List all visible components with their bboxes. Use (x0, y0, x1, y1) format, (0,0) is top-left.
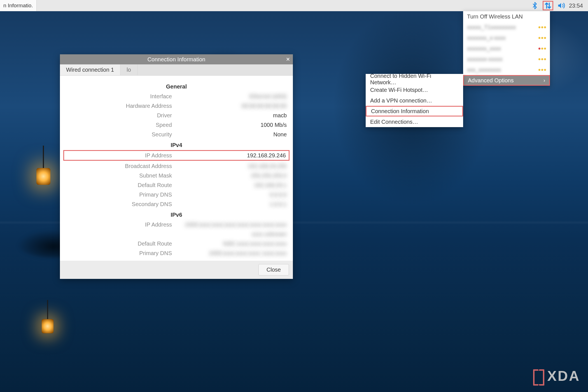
section-ipv4-title: IPv4 (64, 142, 288, 148)
system-tray: 23:54 (531, 1, 588, 10)
wifi-network-item[interactable]: xxxxx_T1xxxxxxxxx (463, 22, 550, 32)
decor-lantern (42, 319, 54, 333)
row-ipv4-route: Default Route192.168.29.1 (64, 180, 288, 190)
connection-information-item[interactable]: Connection Information (366, 106, 463, 116)
bluetooth-icon[interactable] (531, 2, 539, 10)
decor-lantern (36, 168, 50, 185)
row-ipv4-broadcast: Broadcast Address192.168.29.255 (64, 161, 288, 171)
row-ipv6-dns: Primary DNS2400:xxxx:xxxx:xxxx::xxxx:xxx… (64, 248, 288, 258)
network-icon[interactable] (543, 1, 553, 10)
advanced-options-item[interactable]: Advanced Options › (463, 75, 550, 86)
close-button[interactable]: Close (258, 264, 289, 276)
clock[interactable]: 23:54 (569, 3, 583, 9)
wifi-network-item[interactable]: xxxxxxx_x-xxxx (463, 32, 550, 43)
section-ipv6-title: IPv6 (64, 212, 288, 218)
volume-icon[interactable] (557, 2, 565, 10)
edit-connections-item[interactable]: Edit Connections… (366, 116, 463, 127)
advanced-submenu: Connect to Hidden Wi-Fi Network… Create … (366, 74, 463, 127)
wifi-network-item[interactable]: xxxxxxx-xxxxx (463, 54, 550, 64)
create-hotspot-item[interactable]: Create Wi-Fi Hotspot… (366, 85, 463, 95)
tab-wired-connection[interactable]: Wired connection 1 (60, 64, 120, 75)
xda-logo-icon (533, 369, 544, 383)
task-button[interactable]: n Informatio. (0, 0, 37, 11)
row-ipv4-ip: IP Address192.168.29.246 (63, 150, 290, 161)
add-vpn-item[interactable]: Add a VPN connection… (366, 95, 463, 106)
watermark-text: XDA (547, 368, 580, 384)
dialog-titlebar[interactable]: Connection Information ✕ (60, 54, 293, 64)
row-hardware-address: Hardware Address00:00:00:00:00:00 (64, 101, 288, 111)
row-speed: Speed1000 Mb/s (64, 120, 288, 130)
row-ipv4-dns1: Primary DNS0.0.0.0 (64, 190, 288, 199)
row-interface: InterfaceEthernet (eth0) (64, 92, 288, 101)
tab-strip: Wired connection 1 lo (60, 64, 293, 76)
close-icon[interactable]: ✕ (286, 56, 290, 62)
dialog-footer: Close (60, 261, 293, 279)
row-ipv4-dns2: Secondary DNS1.0.0.1 (64, 199, 288, 209)
tab-lo[interactable]: lo (120, 64, 137, 75)
dialog-title: Connection Information (148, 56, 206, 63)
turn-off-wifi-item[interactable]: Turn Off Wireless LAN (463, 11, 550, 22)
panel-left: n Informatio. (0, 0, 37, 11)
section-general-title: General (64, 83, 288, 90)
watermark: XDA (533, 368, 580, 384)
row-driver: Drivermacb (64, 111, 288, 120)
row-ipv6-route: Default Routefe80::xxxx:xxxx:xxxx:xxxx (64, 239, 288, 248)
wifi-network-item[interactable]: xxxxxxx_xxxx (463, 43, 550, 54)
dialog-body: General InterfaceEthernet (eth0) Hardwar… (60, 76, 293, 261)
connection-info-dialog: Connection Information ✕ Wired connectio… (60, 54, 293, 279)
row-ipv4-subnet: Subnet Mask255.255.255.0 (64, 171, 288, 180)
row-security: SecurityNone (64, 130, 288, 139)
network-menu: Turn Off Wireless LAN xxxxx_T1xxxxxxxxx … (463, 11, 550, 86)
top-panel: n Informatio. 23:54 (0, 0, 588, 11)
chevron-right-icon: › (543, 78, 545, 83)
connect-hidden-wifi-item[interactable]: Connect to Hidden Wi-Fi Network… (366, 74, 463, 85)
wifi-network-item[interactable]: xxx_xxxxxxxx (463, 64, 550, 75)
row-ipv6-ip: IP Address2400:xxxx:xxxx:xxxx:xxxx:xxxx:… (64, 220, 288, 229)
row-ipv6-ip2: xxxx unknown (64, 229, 288, 239)
